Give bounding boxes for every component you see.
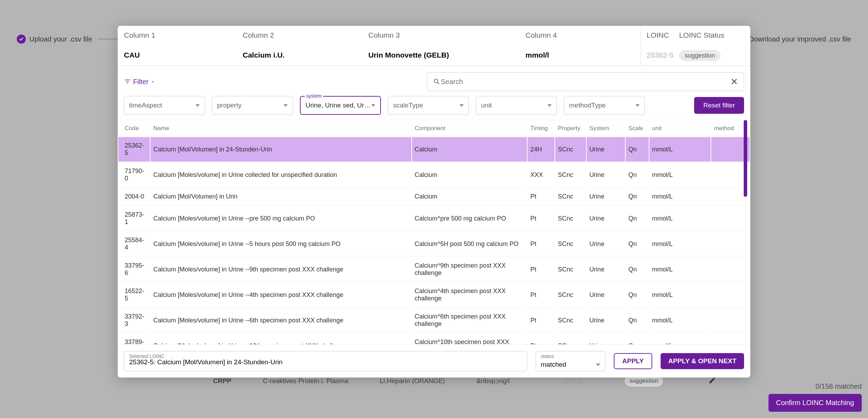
loinc-header: LOINC bbox=[641, 26, 679, 45]
cell-method bbox=[711, 283, 750, 307]
filter-scaletype-label: scaleType bbox=[393, 102, 423, 109]
chevron-up-icon bbox=[150, 79, 155, 84]
cell-scale: Qn bbox=[626, 257, 649, 282]
cell-unit: mmol/L bbox=[649, 283, 711, 307]
cell-name: Calcium [Moles/volume] in Urine --pre 50… bbox=[150, 206, 411, 231]
cell-scale: Qn bbox=[626, 163, 649, 187]
cell-unit: mmol/L bbox=[649, 308, 711, 333]
step4-label: Download your improved .csv file bbox=[749, 35, 851, 43]
filter-property-label: property bbox=[217, 102, 242, 109]
cell-method bbox=[711, 334, 750, 344]
cell-scale: Qn bbox=[626, 334, 649, 344]
filter-methodtype-label: methodType bbox=[569, 102, 606, 109]
bg-col3: Li.Heparin (ORANGE) bbox=[380, 377, 445, 385]
selected-loinc-field[interactable]: Selected LOINC 25362-5: Calcium [Mol/Vol… bbox=[124, 351, 527, 371]
col3-header: Column 3 bbox=[368, 31, 525, 39]
chevron-down-icon bbox=[196, 104, 200, 107]
cell-system: Urine bbox=[587, 308, 625, 333]
cell-timing: Pt bbox=[528, 308, 554, 333]
cell-system: Urine bbox=[587, 188, 625, 206]
chevron-down-icon bbox=[459, 104, 464, 107]
filter-system-floatlabel: system bbox=[305, 93, 323, 99]
cell-name: Calcium [Moles/volume] in Urine collecte… bbox=[150, 163, 411, 187]
cell-code: 33795-6 bbox=[118, 257, 150, 282]
scrollbar[interactable] bbox=[744, 120, 747, 197]
table-row[interactable]: 16522-5Calcium [Moles/volume] in Urine -… bbox=[118, 283, 750, 307]
cell-scale: Qn bbox=[626, 232, 649, 256]
th-unit[interactable]: unit bbox=[649, 121, 711, 136]
selected-loinc-value: 25362-5: Calcium [Mol/Volumen] in 24-Stu… bbox=[129, 358, 282, 366]
apply-open-next-button[interactable]: APPLY & OPEN NEXT bbox=[661, 353, 744, 369]
filter-methodtype[interactable]: methodType bbox=[564, 96, 645, 115]
search-box[interactable]: ✕ bbox=[427, 72, 744, 91]
cell-code: 25873-1 bbox=[118, 206, 150, 231]
cell-component: Calcium^5H post 500 mg calcium PO bbox=[412, 232, 527, 256]
cell-unit: mmol/L bbox=[649, 137, 711, 162]
chevron-down-icon bbox=[547, 104, 552, 107]
col1-value: CAU bbox=[124, 51, 243, 59]
cell-unit: mmol/L bbox=[649, 232, 711, 256]
filter-scaletype[interactable]: scaleType bbox=[388, 96, 469, 115]
filter-unit[interactable]: unit bbox=[476, 96, 557, 115]
results-table-wrap: Code Name Component Timing Property Syst… bbox=[118, 120, 750, 344]
pencil-icon[interactable] bbox=[708, 376, 716, 386]
th-scale[interactable]: Scale bbox=[626, 121, 649, 136]
table-row[interactable]: 2004-0Calcium [Mol/Volumen] in UrinCalci… bbox=[118, 188, 750, 206]
filter-system-value: Urine, Urine sed, Urine+S... bbox=[306, 102, 371, 109]
cell-code: 25362-5 bbox=[118, 137, 150, 162]
bg-code: CRPP bbox=[213, 377, 231, 385]
cell-timing: Pt bbox=[528, 206, 554, 231]
filter-label: Filter bbox=[133, 78, 148, 86]
table-row[interactable]: 25584-4Calcium [Moles/volume] in Urine -… bbox=[118, 232, 750, 256]
filter-property[interactable]: property bbox=[212, 96, 293, 115]
table-row[interactable]: 71790-0Calcium [Moles/volume] in Urine c… bbox=[118, 163, 750, 187]
cell-component: Calcium^10th specimen post XXX challenge bbox=[412, 334, 527, 344]
cell-component: Calcium bbox=[412, 137, 527, 162]
th-property[interactable]: Property bbox=[555, 121, 586, 136]
cell-system: Urine bbox=[587, 137, 625, 162]
search-input[interactable] bbox=[441, 78, 730, 86]
cell-system: Urine bbox=[587, 283, 625, 307]
filter-timeaspect[interactable]: timeAspect bbox=[124, 96, 205, 115]
clear-search-icon[interactable]: ✕ bbox=[730, 76, 738, 87]
cell-name: Calcium [Mol/Volumen] in Urin bbox=[150, 188, 411, 206]
chevron-down-icon bbox=[635, 104, 640, 107]
cell-property: SCnc bbox=[555, 283, 586, 307]
reset-filter-button[interactable]: Reset filter bbox=[694, 97, 744, 114]
filter-icon bbox=[124, 78, 131, 85]
cell-property: SCnc bbox=[555, 334, 586, 344]
th-code[interactable]: Code bbox=[118, 121, 150, 136]
cell-method bbox=[711, 232, 750, 256]
cell-name: Calcium [Moles/volume] in Urine --10th s… bbox=[150, 334, 411, 344]
th-system[interactable]: System bbox=[587, 121, 625, 136]
filter-timeaspect-label: timeAspect bbox=[129, 102, 162, 109]
th-name[interactable]: Name bbox=[150, 121, 411, 136]
table-row[interactable]: 33795-6Calcium [Moles/volume] in Urine -… bbox=[118, 257, 750, 282]
col4-header: Column 4 bbox=[525, 31, 641, 39]
cell-unit: mmol/L bbox=[649, 257, 711, 282]
confirm-matching-button[interactable]: Confirm LOINC Matching bbox=[768, 394, 862, 412]
cell-property: SCnc bbox=[555, 206, 586, 231]
th-timing[interactable]: Timing bbox=[528, 121, 554, 136]
filter-system[interactable]: systemUrine, Urine sed, Urine+S... bbox=[300, 96, 381, 115]
cell-method bbox=[711, 308, 750, 333]
cell-code: 71790-0 bbox=[118, 163, 150, 187]
table-row[interactable]: 33789-9Calcium [Moles/volume] in Urine -… bbox=[118, 334, 750, 344]
apply-button[interactable]: APPLY bbox=[614, 353, 652, 369]
status-select[interactable]: status matched bbox=[536, 351, 605, 371]
table-row[interactable]: 25873-1Calcium [Moles/volume] in Urine -… bbox=[118, 206, 750, 231]
cell-component: Calcium^9th specimen post XXX challenge bbox=[412, 257, 527, 282]
cell-method bbox=[711, 257, 750, 282]
th-component[interactable]: Component bbox=[412, 121, 527, 136]
cell-name: Calcium [Mol/Volumen] in 24-Stunden-Urin bbox=[150, 137, 411, 162]
page-footer: 0/156 matched Confirm LOINC Matching bbox=[768, 382, 862, 412]
cell-name: Calcium [Moles/volume] in Urine --9th sp… bbox=[150, 257, 411, 282]
cell-property: SCnc bbox=[555, 257, 586, 282]
table-row[interactable]: 25362-5Calcium [Mol/Volumen] in 24-Stund… bbox=[118, 137, 750, 162]
filter-toggle[interactable]: Filter bbox=[124, 78, 155, 86]
table-row[interactable]: 33792-3Calcium [Moles/volume] in Urine -… bbox=[118, 308, 750, 333]
cell-name: Calcium [Moles/volume] in Urine --6th sp… bbox=[150, 308, 411, 333]
cell-name: Calcium [Moles/volume] in Urine --5 hour… bbox=[150, 232, 411, 256]
cell-code: 25584-4 bbox=[118, 232, 150, 256]
step1-label: Upload your .csv file bbox=[29, 35, 92, 43]
